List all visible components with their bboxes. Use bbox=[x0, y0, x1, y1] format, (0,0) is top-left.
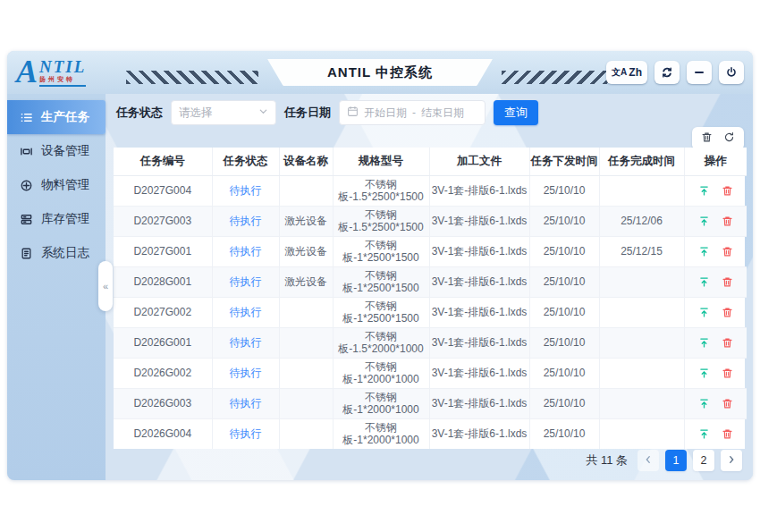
table-row: D2027G004 待执行 不锈钢 板-1.5*2500*1500 3V-1套-… bbox=[114, 175, 747, 206]
sidebar-item-label: 设备管理 bbox=[41, 143, 89, 159]
page-button-1[interactable]: 1 bbox=[665, 450, 687, 471]
spec-size: 板-1*2000*1000 bbox=[335, 434, 427, 446]
refresh-icon bbox=[723, 131, 735, 146]
cell-device-name: 激光设备 bbox=[279, 266, 333, 297]
col-spec: 规格型号 bbox=[333, 148, 429, 175]
cell-issued-time: 25/10/10 bbox=[529, 327, 599, 358]
dispatch-upload-icon bbox=[698, 337, 710, 349]
trash-icon bbox=[722, 367, 733, 379]
previous-page-button[interactable] bbox=[638, 450, 659, 471]
window-controls: 文A Zh bbox=[606, 61, 744, 84]
left-hatch-stripes-decoration bbox=[126, 71, 258, 84]
task-list-icon bbox=[19, 110, 33, 124]
sidebar-item-production-tasks[interactable]: 生产任务 bbox=[7, 100, 106, 134]
translate-icon: 文A bbox=[612, 66, 627, 79]
sidebar-item-material-management[interactable]: 物料管理 bbox=[7, 168, 106, 202]
sidebar-item-label: 生产任务 bbox=[41, 109, 89, 125]
trash-icon bbox=[722, 428, 733, 440]
app-header: A NTIL 扬州安特 ANTIL 中控系统 文A Zh bbox=[7, 51, 753, 94]
sidebar-item-system-logs[interactable]: 系统日志 bbox=[7, 236, 106, 270]
col-process-file: 加工文件 bbox=[429, 148, 529, 175]
cell-operations bbox=[684, 297, 747, 327]
cell-issued-time: 25/10/10 bbox=[529, 418, 599, 449]
dispatch-task-button[interactable] bbox=[694, 246, 714, 258]
dispatch-task-button[interactable] bbox=[694, 337, 714, 349]
table-row: D2026G004 待执行 不锈钢 板-1*2000*1000 3V-1套-排版… bbox=[114, 418, 747, 449]
next-page-button[interactable] bbox=[721, 450, 742, 471]
task-status-select[interactable]: 请选择 bbox=[171, 100, 276, 125]
dispatch-task-button[interactable] bbox=[694, 398, 714, 410]
dispatch-task-button[interactable] bbox=[694, 276, 714, 288]
cell-task-status: 待执行 bbox=[212, 266, 279, 297]
delete-task-button[interactable] bbox=[717, 215, 738, 227]
table-row: D2028G001 待执行 激光设备 不锈钢 板-1*2500*1500 3V-… bbox=[114, 266, 747, 297]
cell-issued-time: 25/10/10 bbox=[529, 236, 599, 266]
cell-task-status: 待执行 bbox=[212, 297, 279, 327]
dispatch-task-button[interactable] bbox=[694, 367, 714, 379]
date-end-placeholder: 结束日期 bbox=[421, 106, 464, 121]
cell-completed-time bbox=[599, 175, 684, 206]
delete-task-button[interactable] bbox=[717, 246, 738, 258]
cell-process-file: 3V-1套-排版6-1.lxds bbox=[429, 358, 529, 388]
dispatch-task-button[interactable] bbox=[694, 428, 714, 440]
cell-spec: 不锈钢 板-1*2500*1500 bbox=[333, 266, 429, 297]
sidebar-menu: 生产任务 设备管理 物料管理 库存管理 系统日志 bbox=[7, 94, 106, 270]
trash-icon bbox=[722, 215, 733, 227]
cell-completed-time bbox=[599, 266, 684, 297]
delete-task-button[interactable] bbox=[717, 428, 738, 440]
sync-button[interactable] bbox=[654, 61, 680, 84]
col-operations: 操作 bbox=[684, 148, 747, 175]
language-toggle-button[interactable]: 文A Zh bbox=[606, 61, 647, 84]
sidebar-item-inventory-management[interactable]: 库存管理 bbox=[7, 202, 106, 236]
table-row: D2027G003 待执行 激光设备 不锈钢 板-1.5*2500*1500 3… bbox=[114, 206, 747, 236]
cell-task-no: D2027G003 bbox=[114, 206, 212, 236]
sidebar-item-equipment-management[interactable]: 设备管理 bbox=[7, 134, 106, 168]
app-title: ANTIL 中控系统 bbox=[327, 64, 433, 81]
power-icon bbox=[725, 66, 738, 79]
delete-task-button[interactable] bbox=[717, 367, 738, 379]
page-button-2[interactable]: 2 bbox=[693, 450, 714, 471]
trash-icon bbox=[722, 185, 733, 197]
sync-icon bbox=[661, 66, 673, 79]
dispatch-task-button[interactable] bbox=[694, 307, 714, 318]
sidebar-item-label: 系统日志 bbox=[41, 245, 89, 261]
refresh-button[interactable] bbox=[723, 131, 735, 146]
sidebar-collapse-handle[interactable]: « bbox=[98, 261, 113, 311]
collapse-chevrons-icon: « bbox=[103, 281, 108, 291]
delete-task-button[interactable] bbox=[717, 185, 738, 197]
dispatch-upload-icon bbox=[698, 215, 710, 227]
cell-spec: 不锈钢 板-1*2000*1000 bbox=[333, 358, 429, 388]
cell-spec: 不锈钢 板-1*2500*1500 bbox=[333, 297, 429, 327]
minimize-button[interactable] bbox=[687, 61, 712, 84]
tasks-table: 任务编号 任务状态 设备名称 规格型号 加工文件 任务下发时间 任务完成时间 操… bbox=[114, 148, 745, 449]
dispatch-task-button[interactable] bbox=[694, 185, 714, 197]
table-row: D2026G002 待执行 不锈钢 板-1*2000*1000 3V-1套-排版… bbox=[114, 358, 747, 388]
cell-task-no: D2028G001 bbox=[114, 266, 212, 297]
cell-device-name: 激光设备 bbox=[279, 206, 333, 236]
chevron-right-icon bbox=[727, 454, 736, 467]
task-date-range-input[interactable]: 开始日期 - 结束日期 bbox=[339, 100, 486, 125]
dispatch-task-button[interactable] bbox=[694, 215, 714, 227]
cell-completed-time bbox=[599, 327, 684, 358]
screen: A NTIL 扬州安特 ANTIL 中控系统 文A Zh bbox=[0, 0, 760, 532]
col-completed-time: 任务完成时间 bbox=[599, 148, 684, 175]
cell-device-name bbox=[279, 327, 333, 358]
main-content: 任务状态 请选择 任务日期 开始日期 bbox=[106, 94, 753, 480]
inventory-icon bbox=[19, 212, 33, 226]
system-logs-icon bbox=[19, 246, 33, 260]
spec-size: 板-1*2500*1500 bbox=[335, 282, 427, 294]
sidebar-item-label: 物料管理 bbox=[41, 177, 89, 193]
delete-task-button[interactable] bbox=[717, 307, 738, 318]
batch-delete-button[interactable] bbox=[701, 131, 713, 146]
trash-icon bbox=[701, 131, 713, 146]
spec-material: 不锈钢 bbox=[335, 178, 427, 190]
power-button[interactable] bbox=[719, 61, 744, 84]
task-status-placeholder: 请选择 bbox=[179, 106, 258, 121]
delete-task-button[interactable] bbox=[717, 398, 738, 410]
delete-task-button[interactable] bbox=[717, 276, 738, 288]
table-row: D2027G001 待执行 激光设备 不锈钢 板-1*2500*1500 3V-… bbox=[114, 236, 747, 266]
search-button[interactable]: 查询 bbox=[494, 100, 538, 125]
delete-task-button[interactable] bbox=[717, 337, 738, 349]
col-task-no: 任务编号 bbox=[114, 148, 212, 175]
cell-spec: 不锈钢 板-1*2000*1000 bbox=[333, 388, 429, 418]
